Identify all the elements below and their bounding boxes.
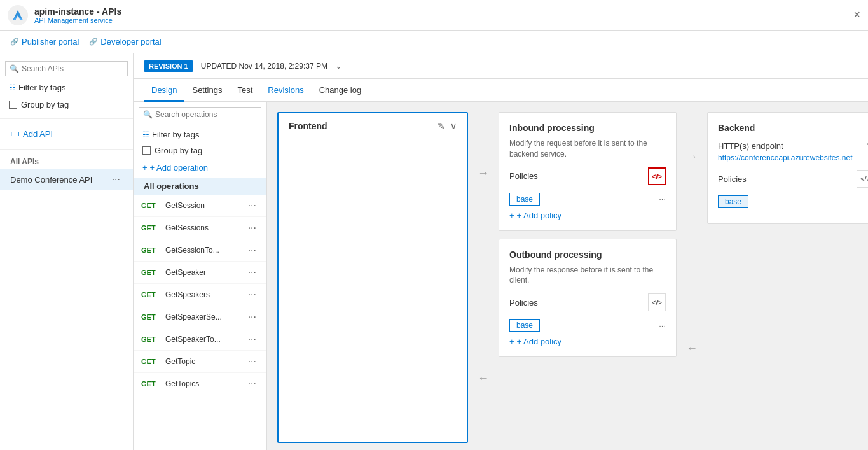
tabs-bar: Design Settings Test Revisions Change lo… [134, 79, 868, 102]
inbound-policies-row: Policies </> [509, 167, 666, 185]
table-row[interactable]: GET GetSessionTo... ··· [134, 239, 266, 262]
frontend-edit-icon[interactable]: ✎ [437, 121, 445, 131]
all-apis-label: All APIs [0, 155, 133, 169]
outbound-policies-code-button[interactable]: </> [648, 293, 666, 311]
all-operations-label[interactable]: All operations [134, 178, 266, 195]
window-title: apim-instance - APIs [34, 6, 121, 17]
ops-filter-icon: ☷ [142, 130, 149, 139]
add-api-button[interactable]: + + Add API [5, 127, 128, 141]
op-ellipsis[interactable]: ··· [245, 332, 259, 346]
ops-search-container[interactable]: 🔍 [139, 107, 261, 122]
inbound-policy-more-icon[interactable]: ··· [659, 194, 666, 204]
op-ellipsis[interactable]: ··· [245, 310, 259, 324]
table-row[interactable]: GET GetSession ··· [134, 195, 266, 217]
outbound-add-policy-button[interactable]: + + Add policy [509, 337, 666, 346]
backend-card: Backend HTTP(s) endpoint ✎ https://confe… [707, 112, 868, 224]
sidebar-search-container[interactable]: 🔍 [5, 61, 128, 76]
main-layout: 🔍 ☷ Filter by tags Group by tag + + Add … [0, 53, 868, 450]
table-row[interactable]: GET GetSpeaker ··· [134, 262, 266, 284]
backend-base-tag[interactable]: base [718, 195, 748, 208]
operations-panel: 🔍 ☷ Filter by tags Group by tag + + Add … [134, 102, 267, 450]
azure-logo-icon [8, 5, 28, 25]
revision-badge: REVISION 1 [144, 60, 193, 72]
arrow-left-backend: ← [684, 342, 699, 355]
op-ellipsis[interactable]: ··· [245, 243, 259, 257]
group-by-tag-checkbox[interactable] [9, 101, 17, 109]
tab-settings[interactable]: Settings [184, 80, 230, 102]
window-subtitle: API Management service [34, 17, 121, 24]
filter-icon: ☷ [9, 83, 16, 92]
ops-group-by-tag[interactable]: Group by tag [139, 143, 261, 158]
ops-filter-by-tags[interactable]: ☷ Filter by tags [139, 127, 261, 142]
close-button[interactable]: × [853, 8, 860, 22]
ops-search-icon: 🔍 [143, 110, 153, 119]
outbound-add-policy-plus-icon: + [509, 337, 514, 346]
sidebar-group-by-tag[interactable]: Group by tag [5, 97, 128, 112]
add-operation-button[interactable]: + + Add operation [139, 160, 261, 175]
table-row[interactable]: GET GetSessions ··· [134, 217, 266, 239]
sidebar-search-icon: 🔍 [10, 64, 19, 73]
inbound-processing-desc: Modify the request before it is sent to … [509, 138, 666, 160]
title-bar-left: apim-instance - APIs API Management serv… [8, 5, 121, 25]
outbound-policies-row: Policies </> [509, 293, 666, 311]
tab-change-log[interactable]: Change log [312, 80, 369, 102]
tab-design[interactable]: Design [144, 80, 184, 102]
outbound-policy-more-icon[interactable]: ··· [659, 321, 666, 330]
title-text: apim-instance - APIs API Management serv… [34, 6, 121, 24]
backend-policies-row: Policies </> [718, 170, 868, 188]
table-row[interactable]: GET GetSpeakerSe... ··· [134, 306, 266, 328]
tab-revisions[interactable]: Revisions [260, 80, 311, 102]
sidebar-item-demo-conference-api[interactable]: Demo Conference API ··· [0, 169, 133, 190]
outbound-base-policy-row: base ··· [509, 319, 666, 332]
inbound-to-backend-arrows: → ← [684, 112, 699, 440]
search-apis-input[interactable] [22, 64, 123, 73]
arrow-left-outbound: ← [476, 372, 491, 385]
frontend-to-inbound-arrows: → ← [476, 112, 491, 440]
revision-bar: REVISION 1 UPDATED Nov 14, 2018, 2:29:37… [134, 53, 868, 79]
api-item-ellipsis[interactable]: ··· [109, 172, 123, 186]
add-policy-plus-icon: + [509, 211, 514, 220]
search-operations-input[interactable] [155, 110, 257, 119]
table-row[interactable]: GET GetSpeakers ··· [134, 284, 266, 306]
outbound-processing-title: Outbound processing [509, 250, 666, 260]
backend-base-policy-row: base ··· [718, 195, 868, 208]
add-api-plus-icon: + [9, 129, 14, 139]
revision-dropdown-icon[interactable]: ⌄ [335, 61, 342, 71]
frontend-chevron-icon[interactable]: ∨ [450, 121, 457, 131]
outbound-processing-card: Outbound processing Modify the response … [499, 239, 677, 358]
op-ellipsis[interactable]: ··· [245, 288, 259, 302]
inbound-policies-code-button[interactable]: </> [648, 167, 666, 185]
operations-scroll: 🔍 ☷ Filter by tags Group by tag + + Add … [134, 102, 266, 450]
inbound-add-policy-button[interactable]: + + Add policy [509, 211, 666, 220]
outbound-base-tag[interactable]: base [509, 319, 540, 332]
publisher-portal-link[interactable]: 🔗 Publisher portal [10, 37, 79, 46]
developer-portal-link[interactable]: 🔗 Developer portal [89, 37, 161, 46]
revision-updated-text: UPDATED Nov 14, 2018, 2:29:37 PM [201, 62, 327, 71]
frontend-card-actions: ✎ ∨ [437, 121, 457, 131]
op-ellipsis[interactable]: ··· [245, 377, 259, 391]
op-ellipsis[interactable]: ··· [245, 221, 259, 235]
arrow-right-backend: → [684, 150, 699, 164]
op-ellipsis[interactable]: ··· [245, 355, 259, 369]
op-ellipsis[interactable]: ··· [245, 265, 259, 279]
inbound-base-policy-row: base ··· [509, 193, 666, 206]
table-row[interactable]: GET GetTopic ··· [134, 351, 266, 373]
external-link-icon-2: 🔗 [89, 38, 98, 46]
inbound-processing-card: Inbound processing Modify the request be… [499, 112, 677, 231]
arrow-right-inbound: → [476, 167, 491, 180]
ops-group-by-tag-checkbox[interactable] [142, 146, 151, 155]
table-row[interactable]: GET GetTopics ··· [134, 373, 266, 395]
table-row[interactable]: GET GetSpeakerTo... ··· [134, 328, 266, 351]
sidebar-filter-by-tags[interactable]: ☷ Filter by tags [5, 80, 128, 95]
tab-test[interactable]: Test [230, 80, 260, 102]
inbound-base-tag[interactable]: base [509, 193, 540, 206]
frontend-card-header: Frontend ✎ ∨ [279, 113, 467, 139]
outbound-policies-label: Policies [509, 298, 538, 307]
outbound-processing-desc: Modify the response before it is sent to… [509, 265, 666, 286]
op-ellipsis[interactable]: ··· [245, 199, 259, 213]
inbound-processing-title: Inbound processing [509, 123, 666, 133]
backend-policies-code-button[interactable]: </> [857, 170, 868, 188]
backend-policies-label: Policies [718, 174, 747, 184]
content-area: REVISION 1 UPDATED Nov 14, 2018, 2:29:37… [134, 53, 868, 450]
processing-column: Inbound processing Modify the request be… [499, 112, 677, 440]
